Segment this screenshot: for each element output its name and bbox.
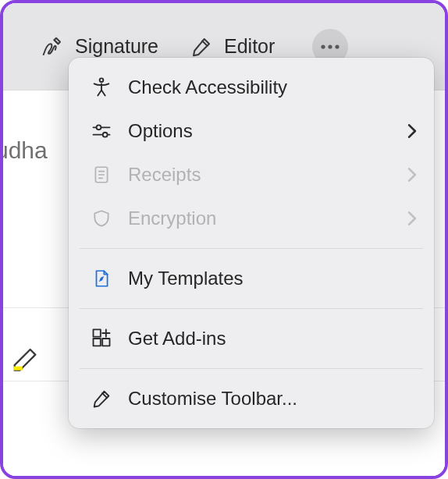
menu-label: Get Add-ins	[128, 328, 417, 349]
svg-point-7	[100, 78, 104, 82]
templates-icon	[89, 266, 114, 291]
menu-check-accessibility[interactable]: Check Accessibility	[69, 66, 434, 109]
svg-point-0	[322, 44, 325, 48]
menu-label: Customise Toolbar...	[128, 388, 417, 410]
signature-button[interactable]: Signature	[41, 35, 158, 59]
options-icon	[89, 119, 114, 144]
customise-icon	[89, 386, 114, 411]
menu-options[interactable]: Options	[69, 109, 434, 153]
menu-my-templates[interactable]: My Templates	[69, 257, 434, 300]
menu-customise-toolbar[interactable]: Customise Toolbar...	[69, 377, 434, 420]
receipts-icon	[89, 162, 114, 187]
chevron-right-icon	[401, 211, 417, 225]
menu-separator	[80, 368, 423, 369]
menu-label: Options	[128, 120, 401, 142]
menu-label: My Templates	[128, 268, 417, 289]
content-area: udha Check Accessibili	[3, 90, 445, 476]
svg-point-9	[97, 125, 101, 130]
svg-point-1	[329, 44, 332, 48]
signature-label: Signature	[75, 35, 158, 58]
signature-icon	[41, 35, 64, 59]
menu-receipts: Receipts	[69, 153, 434, 197]
addins-icon	[89, 326, 114, 351]
editor-button[interactable]: Editor	[190, 35, 275, 59]
chevron-right-icon	[401, 168, 417, 182]
svg-point-11	[103, 133, 108, 137]
menu-get-addins[interactable]: Get Add-ins	[69, 317, 434, 360]
highlight-icon[interactable]	[9, 342, 41, 373]
svg-rect-3	[13, 367, 23, 371]
more-icon	[320, 44, 340, 50]
menu-label: Encryption	[128, 208, 401, 229]
menu-label: Check Accessibility	[128, 76, 417, 98]
svg-rect-18	[94, 329, 101, 336]
chevron-right-icon	[401, 124, 417, 138]
svg-rect-17	[102, 339, 109, 346]
menu-separator	[80, 308, 423, 309]
menu-label: Receipts	[128, 164, 401, 186]
svg-point-2	[336, 44, 340, 48]
shield-icon	[89, 206, 114, 231]
accessibility-icon	[89, 75, 114, 100]
menu-separator	[80, 248, 423, 249]
svg-rect-16	[94, 339, 101, 346]
background-partial-text: udha	[0, 137, 48, 164]
editor-label: Editor	[224, 35, 275, 58]
editor-icon	[190, 35, 213, 59]
overflow-menu: Check Accessibility Options	[69, 58, 434, 428]
menu-encryption: Encryption	[69, 197, 434, 240]
